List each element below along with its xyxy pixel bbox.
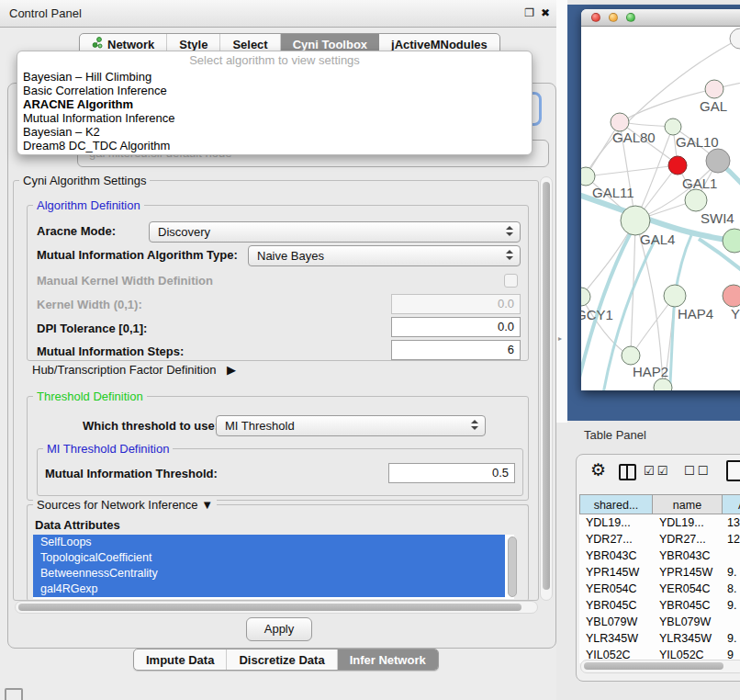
algorithm-option[interactable]: Dream8 DC_TDC Algorithm — [17, 139, 532, 152]
column-header[interactable]: shared... — [579, 494, 653, 514]
hub-definition-expander[interactable]: Hub/Transcription Factor Definition ▶ — [32, 363, 236, 377]
table-cell: YDL19... — [653, 514, 723, 531]
table-row[interactable]: YER054CYER054C8. — [579, 581, 740, 597]
data-attribute-option[interactable]: BetweennessCentrality — [33, 566, 505, 581]
network-node-partial-top-node[interactable] — [730, 28, 740, 49]
network-node-GAL11[interactable] — [581, 167, 595, 186]
network-node-gray-node[interactable] — [706, 149, 730, 173]
aracne-mode-combobox[interactable]: Discovery — [149, 221, 521, 243]
scrollbar-thumb[interactable] — [18, 604, 521, 611]
network-node-GAL1[interactable] — [685, 189, 707, 211]
split-pane-handle-icon[interactable]: ▸ — [558, 334, 562, 343]
algorithm-definition-group: Algorithm Definition Aracne Mode: Discov… — [27, 205, 529, 361]
settings-vertical-scrollbar[interactable] — [540, 176, 553, 601]
minimize-traffic-light[interactable] — [609, 13, 618, 22]
table-row[interactable]: YDL19...YDL19...13 — [579, 514, 740, 531]
network-view-window: GALGAL80GAL10GAL1GAL11SWI4GAL4GCY1HAP4YH… — [581, 9, 740, 390]
network-node-GCY1[interactable] — [581, 288, 590, 306]
network-node-HAP2[interactable] — [622, 346, 640, 365]
algorithm-option[interactable]: ARACNE Algorithm — [17, 97, 532, 111]
which-threshold-combobox[interactable]: MI Threshold — [216, 415, 486, 436]
network-node-salmon-node[interactable] — [723, 285, 740, 307]
algorithm-dropdown-list: Select algorithm to view settings Bayesi… — [17, 51, 533, 155]
tab-impute-data[interactable]: Impute Data — [134, 649, 227, 670]
kernel-width-field[interactable]: 0.0 — [391, 294, 521, 314]
network-node-GAL80[interactable] — [611, 113, 629, 131]
table-cell: 8. — [723, 581, 740, 597]
table-panel: ⚙ ☑☑ ☐☐ shared...nameAYDL19...YDL19...13… — [576, 454, 740, 682]
data-attribute-option[interactable]: SelfLoops — [33, 535, 505, 550]
network-window-titlebar[interactable] — [581, 9, 740, 27]
network-canvas[interactable]: GALGAL80GAL10GAL1GAL11SWI4GAL4GCY1HAP4YH… — [581, 26, 740, 390]
float-window-icon[interactable]: ❐ — [524, 6, 534, 19]
cyni-algorithm-settings-group: Cyni Algorithm Settings Algorithm Defini… — [13, 180, 539, 601]
attributes-list-scrollbar[interactable] — [508, 536, 517, 597]
tab-label: Select — [232, 38, 267, 51]
split-columns-icon[interactable] — [619, 464, 636, 480]
show-columns-icon[interactable]: ☑☑ — [644, 464, 670, 478]
apply-button[interactable]: Apply — [246, 617, 312, 641]
network-node-gal-partial[interactable] — [705, 80, 723, 98]
control-panel: Control Panel ❐ ✖ NetworkStyleSelectCyni… — [0, 0, 556, 673]
manual-kernel-checkbox[interactable] — [504, 274, 518, 288]
table-cell: YER054C — [653, 581, 723, 597]
mi-steps-field[interactable]: 6 — [391, 340, 521, 360]
table-row[interactable]: YBL079WYBL079W — [579, 614, 740, 630]
data-attribute-option[interactable]: gal4RGexp — [33, 581, 505, 597]
algorithm-definition-title: Algorithm Definition — [33, 198, 144, 212]
data-attribute-option[interactable]: TopologicalCoefficient — [33, 550, 505, 566]
minimized-window-icon[interactable] — [5, 688, 23, 700]
network-edge-strong[interactable] — [708, 378, 740, 390]
scrollbar-thumb[interactable] — [584, 662, 723, 670]
new-table-icon[interactable] — [726, 460, 740, 481]
mi-threshold-group: MI Threshold Definition Mutual Informati… — [37, 448, 523, 496]
algorithm-option[interactable]: Mutual Information Inference — [17, 111, 532, 125]
network-graph[interactable]: GALGAL80GAL10GAL1GAL11SWI4GAL4GCY1HAP4YH… — [581, 26, 740, 390]
table-horizontal-scrollbar[interactable] — [580, 660, 740, 673]
table-cell: YBR045C — [579, 597, 653, 614]
collapse-down-icon[interactable]: ▼ — [201, 498, 213, 512]
close-icon[interactable]: ✖ — [541, 6, 550, 19]
table-cell: YBR043C — [579, 548, 653, 564]
mi-threshold-field[interactable]: 0.5 — [388, 463, 515, 483]
settings-horizontal-scrollbar[interactable] — [15, 601, 538, 614]
close-traffic-light[interactable] — [591, 13, 600, 22]
network-edge[interactable] — [586, 165, 678, 176]
combobox-arrows-icon — [506, 226, 513, 238]
column-header[interactable]: A — [723, 494, 740, 514]
data-attributes-list[interactable]: SelfLoopsTopologicalCoefficientBetweenne… — [33, 535, 514, 599]
algorithm-option[interactable]: Bayesian – Hill Climbing — [17, 70, 532, 84]
table-row[interactable]: YPR145WYPR145W9. — [579, 564, 740, 581]
network-tab-icon — [92, 37, 103, 51]
table-cell: YBL079W — [579, 614, 653, 630]
kernel-width-label: Kernel Width (0,1): — [37, 298, 142, 311]
scrollbar-thumb[interactable] — [543, 182, 550, 590]
zoom-traffic-light[interactable] — [626, 13, 635, 22]
table-cell: YBR045C — [653, 597, 723, 614]
network-node-SWI4[interactable] — [723, 229, 740, 253]
settings-gear-icon[interactable]: ⚙ — [590, 459, 606, 480]
tab-infer-network[interactable]: Infer Network — [338, 649, 438, 670]
network-node-GAL10[interactable] — [665, 119, 681, 135]
table-row[interactable]: YDR27...YDR27...12 — [579, 531, 740, 548]
network-node-label: GAL80 — [612, 130, 656, 145]
table-row[interactable]: YBR045CYBR045C9. — [579, 597, 740, 614]
network-node-red-node[interactable] — [668, 156, 687, 175]
node-attribute-table[interactable]: shared...nameAYDL19...YDL19...13YDR27...… — [579, 494, 740, 663]
network-node-label: Y — [731, 306, 740, 322]
algorithm-option[interactable]: Basic Correlation Inference — [17, 84, 532, 97]
table-cell: YER054C — [579, 581, 653, 597]
dpi-tolerance-field[interactable]: 0.0 — [391, 317, 521, 337]
mi-algorithm-type-combobox[interactable]: Naive Bayes — [248, 245, 521, 266]
expand-right-icon[interactable]: ▶ — [227, 363, 236, 377]
hide-columns-icon[interactable]: ☐☐ — [684, 464, 711, 478]
algorithm-option[interactable]: Bayesian – K2 — [17, 125, 532, 139]
mi-threshold-group-title: MI Threshold Definition — [43, 442, 173, 456]
column-header[interactable]: name — [653, 494, 723, 514]
network-node-HAP4[interactable] — [664, 285, 686, 307]
tab-discretize-data[interactable]: Discretize Data — [227, 649, 337, 670]
which-threshold-label: Which threshold to use: — [83, 419, 219, 433]
table-row[interactable]: YLR345WYLR345W9. — [579, 630, 740, 647]
table-cell: YLR345W — [653, 630, 723, 647]
table-row[interactable]: YBR043CYBR043C — [579, 548, 740, 564]
